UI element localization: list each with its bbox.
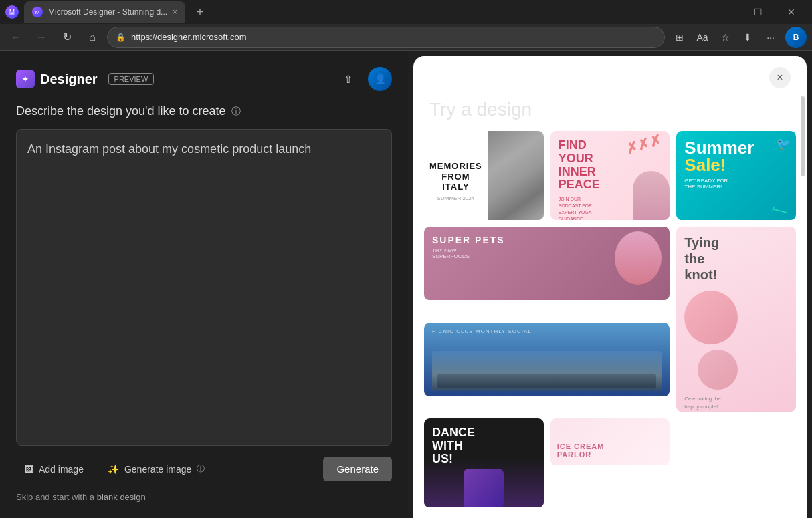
gallery-card-picnic[interactable]: PICNIC CLUB MONTHLY SOCIAL [424, 323, 670, 412]
generate-image-icon: ✨ [108, 464, 119, 475]
address-bar[interactable]: 🔒 https://designer.microsoft.com [107, 27, 665, 48]
toolbar-icons: ⊞ Aa ☆ ⬇ ··· [669, 27, 781, 48]
refresh-btn[interactable]: ↻ [56, 27, 78, 48]
app-header: ✦ Designer PREVIEW ⇧ 👤 [16, 67, 392, 91]
gallery-title-area: Try a design [413, 99, 807, 131]
memories-title: MEMORIESFROM ITALY [429, 161, 482, 192]
gallery-card-icecream[interactable]: ICE CREAMPARLOR [550, 418, 670, 507]
tab-close-btn[interactable]: × [173, 7, 177, 17]
picnic-title: PICNIC CLUB MONTHLY SOCIAL [432, 328, 662, 334]
forward-btn[interactable]: → [31, 27, 52, 48]
preview-badge: PREVIEW [108, 73, 155, 85]
tab-favicon: M [32, 7, 43, 17]
downloads-btn[interactable]: ⬇ [737, 27, 758, 48]
more-btn[interactable]: ··· [760, 27, 781, 48]
scrollbar-thumb[interactable] [801, 96, 805, 176]
generate-image-info-icon[interactable]: ⓘ [197, 463, 205, 475]
generate-image-label: Generate image [124, 464, 191, 475]
browser-favicon: M [5, 5, 19, 19]
app-container: ✦ Designer PREVIEW ⇧ 👤 Describe the desi… [0, 51, 812, 518]
app-logo: ✦ Designer PREVIEW [16, 70, 154, 88]
prompt-text: An Instagram post about my cosmetic prod… [27, 142, 311, 156]
profile-btn[interactable]: B [785, 27, 807, 48]
right-panel: × Try a design MEMORIESFROM ITALY SUMMER… [413, 56, 807, 518]
gallery-card-pets[interactable]: SUPER PETS TRY NEWSUPERFOODS [424, 227, 670, 315]
gallery-card-summer[interactable]: 🐦 ⟝ SummerSale! GET READY FORTHE SUMMER! [676, 131, 796, 220]
new-tab-btn[interactable]: + [191, 3, 209, 21]
home-btn[interactable]: ⌂ [82, 27, 103, 48]
knot-sub: Celebrating thehappy couple! [684, 395, 788, 411]
window-controls: — ☐ ✕ [709, 1, 807, 23]
user-avatar-btn[interactable]: 👤 [368, 67, 392, 91]
minimize-btn[interactable]: — [709, 1, 740, 23]
dance-title: DANCEWITHUS! [432, 426, 536, 466]
summer-sub: GET READY FORTHE SUMMER! [684, 178, 788, 190]
icecream-title: ICE CREAMPARLOR [557, 442, 605, 459]
gallery-title: Try a design [429, 99, 791, 120]
skip-text: Skip and start with a blank design [16, 492, 392, 502]
add-image-icon: 🖼 [24, 464, 33, 475]
action-row: 🖼 Add image ✨ Generate image ⓘ Generate [16, 457, 392, 481]
pets-title: SUPER PETS [432, 235, 505, 245]
gallery-grid: MEMORIESFROM ITALY SUMMER 2024 ✗✗✗ FINDY… [413, 131, 807, 518]
favorites-btn[interactable]: ☆ [714, 27, 736, 48]
describe-label: Describe the design you'd like to create… [16, 104, 392, 118]
describe-text: Describe the design you'd like to create [16, 104, 226, 118]
add-image-btn[interactable]: 🖼 Add image [16, 459, 92, 480]
logo-icon: ✦ [16, 70, 35, 88]
gallery-card-peace[interactable]: ✗✗✗ FINDYOURINNERPEACE JOIN OURPODCAST F… [550, 131, 670, 220]
generate-image-btn[interactable]: ✨ Generate image ⓘ [100, 458, 213, 480]
browser-chrome: M M Microsoft Designer - Stunning d... ×… [0, 0, 812, 51]
address-text: https://designer.microsoft.com [131, 32, 656, 42]
left-panel: ✦ Designer PREVIEW ⇧ 👤 Describe the desi… [0, 51, 408, 518]
blank-design-link[interactable]: blank design [97, 492, 146, 502]
prompt-box[interactable]: An Instagram post about my cosmetic prod… [16, 129, 392, 446]
describe-info-icon[interactable]: ⓘ [231, 106, 241, 118]
browser-toolbar: ← → ↻ ⌂ 🔒 https://designer.microsoft.com… [0, 24, 812, 51]
knot-title: Tyingtheknot! [684, 235, 788, 283]
summer-title: SummerSale! [684, 139, 788, 174]
lock-icon: 🔒 [116, 33, 126, 42]
skip-label: Skip and start with a [16, 492, 94, 502]
share-btn[interactable]: ⇧ [336, 67, 360, 91]
title-bar: M M Microsoft Designer - Stunning d... ×… [0, 0, 812, 24]
logo-symbol: ✦ [21, 74, 29, 84]
gallery-card-dance[interactable]: DANCEWITHUS! [424, 418, 544, 507]
gallery-card-memories[interactable]: MEMORIESFROM ITALY SUMMER 2024 [424, 131, 544, 220]
gallery-header: × [413, 56, 807, 99]
browser-tab[interactable]: M Microsoft Designer - Stunning d... × [24, 1, 185, 23]
add-image-label: Add image [39, 464, 84, 475]
gallery-close-btn[interactable]: × [769, 67, 791, 88]
gallery-card-knot[interactable]: Tyingtheknot! Celebrating thehappy coupl… [676, 227, 796, 412]
pets-sub: TRY NEWSUPERFOODS [432, 247, 505, 259]
tab-title: Microsoft Designer - Stunning d... [48, 7, 167, 17]
maximize-btn[interactable]: ☐ [742, 1, 773, 23]
memories-sub: SUMMER 2024 [437, 195, 475, 201]
gallery-scrollbar[interactable] [800, 56, 805, 518]
back-btn[interactable]: ← [5, 27, 27, 48]
close-btn[interactable]: ✕ [776, 1, 807, 23]
read-mode-btn[interactable]: Aa [692, 27, 713, 48]
generate-button[interactable]: Generate [323, 457, 392, 481]
header-right: ⇧ 👤 [336, 67, 392, 91]
logo-text: Designer [40, 72, 98, 87]
extensions-btn[interactable]: ⊞ [669, 27, 690, 48]
